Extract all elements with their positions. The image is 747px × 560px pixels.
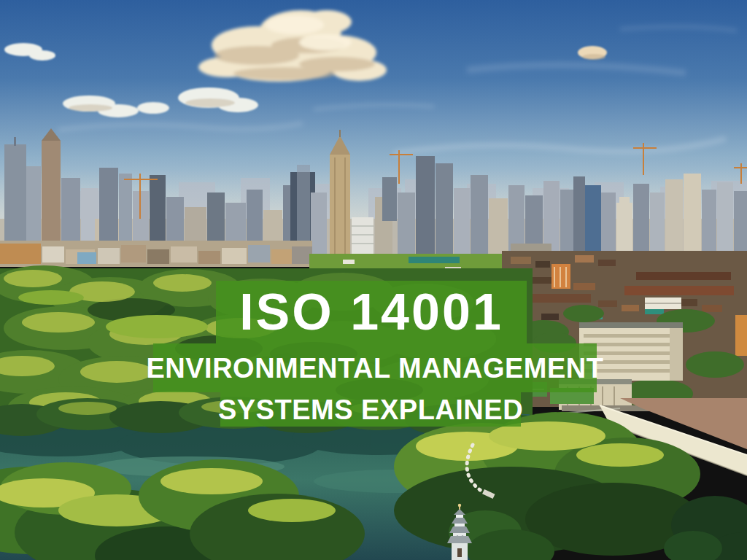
slide-subtitle-line2: SYSTEMS EXPLAINED [218, 396, 523, 424]
lawn-clearing [106, 315, 208, 338]
city-park-photo [0, 0, 747, 560]
left-city-fringe [0, 241, 312, 267]
slide-subtitle-line1: ENVIRONMENTAL MANAGEMENT [146, 354, 603, 382]
subtitle-overlay-box-2: SYSTEMS EXPLAINED [220, 392, 521, 427]
slide-title: ISO 14001 [239, 287, 503, 338]
subtitle-overlay-box-1: ENVIRONMENTAL MANAGEMENT [153, 343, 597, 392]
title-slide: ISO 14001 ENVIRONMENTAL MANAGEMENT SYSTE… [0, 0, 747, 560]
title-overlay-box: ISO 14001 [216, 281, 527, 343]
